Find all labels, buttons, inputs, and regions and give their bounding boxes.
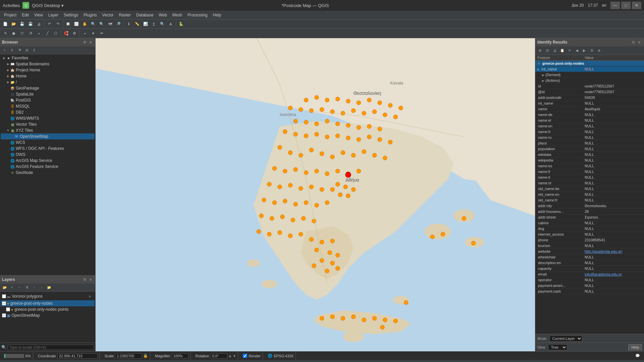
layer-greece-points-check[interactable] <box>6 307 10 311</box>
tb-vertex[interactable]: ▽ <box>18 29 26 38</box>
browser-item-mssql[interactable]: 🗄 MSSQL <box>1 103 95 109</box>
menu-processing[interactable]: Processing <box>185 12 210 18</box>
identify-row-int-name[interactable]: ▶ int_name NULL <box>535 66 644 72</box>
tb-zoom-layer[interactable]: 🔎 <box>114 20 122 28</box>
identify-help-btn[interactable]: Help <box>628 344 642 350</box>
layer-osm[interactable]: ▦ OpenStreetMap <box>1 312 95 318</box>
menu-settings[interactable]: Settings <box>61 12 81 18</box>
maximize-button[interactable]: □ <box>621 2 631 9</box>
identify-clear-btn[interactable]: ✕ <box>566 47 573 54</box>
tb-node[interactable]: ◉ <box>10 29 18 38</box>
browser-properties-btn[interactable]: ℹ <box>31 47 38 54</box>
layers-close-btn[interactable]: ✕ <box>88 277 93 282</box>
browser-item-osm[interactable]: 🗺 OpenStreetMap <box>1 133 95 139</box>
tb-save[interactable]: 💾 <box>18 20 26 28</box>
layer-greece-nodes-check[interactable] <box>2 301 6 305</box>
website-link[interactable]: http://academia.edu.gr/ <box>585 249 623 253</box>
locate-input[interactable] <box>8 345 94 350</box>
layers-float-btn[interactable]: ⧉ <box>82 277 87 282</box>
identify-group-row[interactable]: ▼ greece-post-only-nodes <box>535 61 644 66</box>
tb-advanced-digit[interactable]: ⚙ <box>70 29 78 38</box>
tb-open[interactable]: 📂 <box>10 20 18 28</box>
layers-down-btn[interactable]: ↓ <box>38 284 45 291</box>
browser-add-btn[interactable]: + <box>1 47 8 54</box>
browser-filter-btn[interactable]: ⚗ <box>16 47 23 54</box>
browser-item-wms[interactable]: 🌐 WMS/WMTS <box>1 115 95 121</box>
identify-row-email[interactable]: email info@academia.edu.gr <box>535 272 644 277</box>
browser-item-ows[interactable]: 🌐 OWS <box>1 152 95 158</box>
tb-rotate[interactable]: ↺ <box>26 29 35 38</box>
app-menu-label[interactable]: QGIS Desktop ▾ <box>32 3 63 8</box>
tb-layer-opts[interactable]: ▾ <box>89 29 97 38</box>
rotation-input[interactable] <box>211 353 227 359</box>
scale-lock-icon[interactable]: 🔓 <box>143 354 148 358</box>
browser-item-geonode[interactable]: ✳ GeoNode <box>1 170 95 176</box>
identify-row-actions[interactable]: ▶(Actions) <box>535 78 644 83</box>
menu-layer[interactable]: Layer <box>46 12 61 18</box>
layers-group-btn[interactable]: 📁 <box>46 284 52 291</box>
layers-remove-btn[interactable]: − <box>16 284 23 291</box>
crs-seg[interactable]: 🌐 EPSG:4326 <box>266 352 296 360</box>
layer-osm-check[interactable] <box>2 313 6 317</box>
menu-edit[interactable]: Edit <box>19 12 32 18</box>
tb-redo[interactable]: ↷ <box>54 20 62 28</box>
view-select[interactable]: Tree Table <box>548 344 567 350</box>
layer-greece-nodes[interactable]: ● greece-post-only-nodes <box>1 300 95 306</box>
tb-python[interactable]: 🐍 <box>177 20 185 28</box>
map-area[interactable]: Θεσσαλονίκη Αθήνα Ioannina Kavala <box>96 38 535 351</box>
close-button[interactable]: ✕ <box>632 2 641 9</box>
tb-saveas[interactable]: 💾 <box>26 20 35 28</box>
layer-voronoi[interactable]: ▬ Voronoi polygons ≡ <box>1 292 95 300</box>
identify-print-btn[interactable]: 🖨 <box>551 47 558 54</box>
identify-next-btn[interactable]: ▶ <box>581 47 588 54</box>
tb-add-line[interactable]: ╱ <box>43 29 51 38</box>
identify-email-val[interactable]: info@academia.edu.gr <box>583 272 644 277</box>
rotation-up-btn[interactable]: ▲ <box>229 354 232 358</box>
browser-float-btn[interactable]: ⧉ <box>82 40 87 45</box>
rotation-down-btn[interactable]: ▼ <box>233 354 236 358</box>
browser-item-favorites[interactable]: ▶ ★ Favorites <box>1 55 95 61</box>
tb-search[interactable]: 🔍 <box>158 20 166 28</box>
identify-collapse-btn[interactable]: ⊟ <box>544 47 551 54</box>
identify-website-val[interactable]: http://academia.edu.gr/ <box>583 249 644 254</box>
mode-select[interactable]: Current Layer All Layers <box>549 336 582 342</box>
browser-item-db2[interactable]: 🗄 DB2 <box>1 109 95 115</box>
identify-prev-btn[interactable]: ◀ <box>574 47 580 54</box>
tb-add-poly[interactable]: ⬠ <box>52 29 60 38</box>
browser-item-project-home[interactable]: ▶ 🏠 Project Home <box>1 67 95 73</box>
browser-item-spatialite[interactable]: ⬡ SpatiaLite <box>1 91 95 97</box>
menu-mesh[interactable]: Mesh <box>170 12 185 18</box>
layers-add-btn[interactable]: + <box>9 284 15 291</box>
browser-item-geopackage[interactable]: 📦 GeoPackage <box>1 85 95 91</box>
identify-settings-btn[interactable]: ⚙ <box>588 47 595 54</box>
menu-view[interactable]: View <box>32 12 46 18</box>
tb-attributes[interactable]: 📊 <box>142 20 150 28</box>
scale-input[interactable] <box>115 353 142 359</box>
browser-item-wfs[interactable]: 🌐 WFS / OGC API - Features <box>1 145 95 152</box>
menu-web[interactable]: Web <box>156 12 169 18</box>
tb-statistics[interactable]: Σ <box>150 20 158 28</box>
menu-vector[interactable]: Vector <box>100 12 116 18</box>
tb-zoom-out[interactable]: 🔍 <box>98 20 106 28</box>
tb-zoom-in[interactable]: 🔍 <box>89 20 97 28</box>
identify-float-btn[interactable]: ⧉ <box>631 40 636 45</box>
tb-print[interactable]: 🖨 <box>35 20 43 28</box>
identify-copy-btn[interactable]: 📋 <box>559 47 566 54</box>
layer-voronoi-toggle[interactable]: ≡ <box>87 293 93 300</box>
browser-collapse-btn[interactable]: ⊟ <box>23 47 30 54</box>
tb-measure[interactable]: 📏 <box>133 20 141 28</box>
tb-zoom-full[interactable]: 🗺 <box>106 20 114 28</box>
browser-item-root[interactable]: ▶ 📁 / <box>1 79 95 85</box>
tb-new-layer-btn[interactable]: + <box>81 29 89 38</box>
browser-item-home[interactable]: ▶ 🏠 Home <box>1 73 95 79</box>
messages-seg[interactable]: 💬 <box>633 352 642 360</box>
render-checkbox[interactable] <box>243 354 247 358</box>
browser-item-wcs[interactable]: 🌐 WCS <box>1 139 95 145</box>
browser-item-arcgis-feat[interactable]: 🌐 ArcGIS Feature Service <box>1 164 95 170</box>
tb-add-point[interactable]: + <box>35 29 43 38</box>
tb-digitize[interactable]: ✎ <box>1 29 9 38</box>
activities-label[interactable]: Activities <box>3 3 20 8</box>
tb-deselect[interactable]: ⬜ <box>72 20 80 28</box>
menu-database[interactable]: Database <box>133 12 156 18</box>
browser-item-arcgis-map[interactable]: 🌐 ArcGIS Map Service <box>1 158 95 164</box>
